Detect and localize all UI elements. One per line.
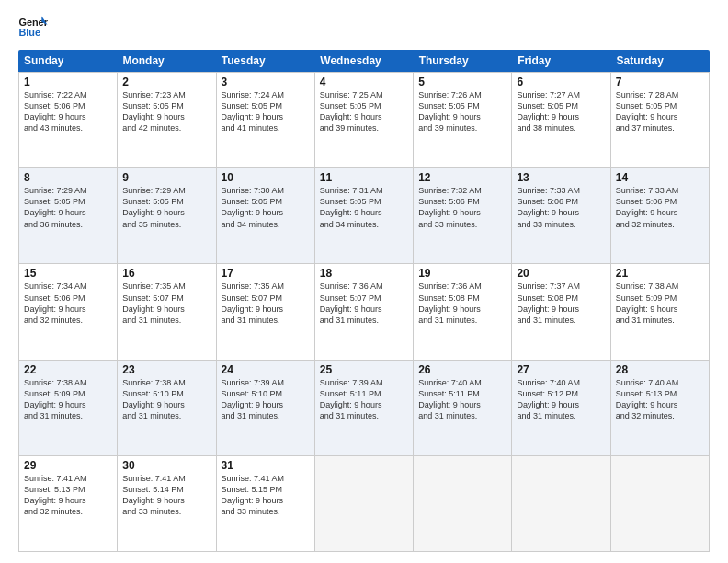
header-cell-sunday: Sunday [18, 50, 117, 72]
day-cell-13: 13Sunrise: 7:33 AM Sunset: 5:06 PM Dayli… [512, 168, 610, 263]
day-info: Sunrise: 7:25 AM Sunset: 5:05 PM Dayligh… [320, 89, 408, 134]
day-cell-4: 4Sunrise: 7:25 AM Sunset: 5:05 PM Daylig… [315, 73, 414, 167]
empty-cell [414, 456, 512, 551]
day-info: Sunrise: 7:28 AM Sunset: 5:05 PM Dayligh… [616, 89, 704, 134]
day-number: 15 [24, 267, 112, 280]
day-number: 24 [222, 363, 310, 376]
day-cell-20: 20Sunrise: 7:37 AM Sunset: 5:08 PM Dayli… [512, 264, 610, 359]
day-number: 17 [222, 267, 310, 280]
day-number: 28 [616, 363, 704, 376]
day-info: Sunrise: 7:36 AM Sunset: 5:08 PM Dayligh… [418, 281, 506, 326]
day-number: 12 [418, 171, 506, 184]
header-cell-monday: Monday [117, 50, 215, 72]
day-info: Sunrise: 7:33 AM Sunset: 5:06 PM Dayligh… [517, 185, 605, 230]
empty-cell [611, 456, 710, 551]
day-number: 19 [418, 267, 506, 280]
day-info: Sunrise: 7:32 AM Sunset: 5:06 PM Dayligh… [418, 185, 506, 230]
day-number: 20 [517, 267, 605, 280]
day-cell-25: 25Sunrise: 7:39 AM Sunset: 5:11 PM Dayli… [315, 361, 414, 455]
day-cell-12: 12Sunrise: 7:32 AM Sunset: 5:06 PM Dayli… [414, 168, 512, 263]
day-info: Sunrise: 7:31 AM Sunset: 5:05 PM Dayligh… [320, 185, 408, 230]
calendar-row: 1Sunrise: 7:22 AM Sunset: 5:06 PM Daylig… [18, 72, 710, 168]
empty-cell [512, 456, 610, 551]
day-cell-14: 14Sunrise: 7:33 AM Sunset: 5:06 PM Dayli… [611, 168, 710, 263]
logo: General Blue [18, 15, 51, 40]
day-number: 5 [418, 75, 506, 88]
day-cell-23: 23Sunrise: 7:38 AM Sunset: 5:10 PM Dayli… [118, 361, 216, 455]
day-number: 18 [320, 267, 408, 280]
day-cell-26: 26Sunrise: 7:40 AM Sunset: 5:11 PM Dayli… [414, 361, 512, 455]
day-info: Sunrise: 7:35 AM Sunset: 5:07 PM Dayligh… [222, 281, 310, 326]
svg-text:Blue: Blue [18, 27, 40, 38]
day-info: Sunrise: 7:30 AM Sunset: 5:05 PM Dayligh… [222, 185, 310, 230]
day-cell-3: 3Sunrise: 7:24 AM Sunset: 5:05 PM Daylig… [217, 73, 315, 167]
header-cell-friday: Friday [512, 50, 610, 72]
day-number: 1 [24, 75, 112, 88]
day-info: Sunrise: 7:41 AM Sunset: 5:15 PM Dayligh… [222, 473, 310, 518]
day-number: 31 [222, 459, 310, 472]
day-cell-27: 27Sunrise: 7:40 AM Sunset: 5:12 PM Dayli… [512, 361, 610, 455]
day-info: Sunrise: 7:34 AM Sunset: 5:06 PM Dayligh… [24, 281, 112, 326]
day-cell-19: 19Sunrise: 7:36 AM Sunset: 5:08 PM Dayli… [414, 264, 512, 359]
day-number: 3 [222, 75, 310, 88]
day-cell-7: 7Sunrise: 7:28 AM Sunset: 5:05 PM Daylig… [611, 73, 710, 167]
header-cell-wednesday: Wednesday [314, 50, 413, 72]
day-cell-17: 17Sunrise: 7:35 AM Sunset: 5:07 PM Dayli… [217, 264, 315, 359]
empty-cell [315, 456, 414, 551]
day-cell-9: 9Sunrise: 7:29 AM Sunset: 5:05 PM Daylig… [118, 168, 216, 263]
calendar-row: 29Sunrise: 7:41 AM Sunset: 5:13 PM Dayli… [18, 456, 710, 552]
day-info: Sunrise: 7:37 AM Sunset: 5:08 PM Dayligh… [517, 281, 605, 326]
day-cell-29: 29Sunrise: 7:41 AM Sunset: 5:13 PM Dayli… [19, 456, 118, 551]
day-cell-2: 2Sunrise: 7:23 AM Sunset: 5:05 PM Daylig… [118, 73, 216, 167]
logo-icon: General Blue [18, 15, 48, 40]
calendar-row: 15Sunrise: 7:34 AM Sunset: 5:06 PM Dayli… [18, 264, 710, 360]
day-info: Sunrise: 7:29 AM Sunset: 5:05 PM Dayligh… [122, 185, 210, 230]
day-info: Sunrise: 7:38 AM Sunset: 5:09 PM Dayligh… [24, 377, 112, 422]
calendar-body: 1Sunrise: 7:22 AM Sunset: 5:06 PM Daylig… [18, 72, 710, 552]
day-number: 2 [122, 75, 210, 88]
day-number: 14 [616, 171, 704, 184]
day-number: 10 [222, 171, 310, 184]
day-info: Sunrise: 7:41 AM Sunset: 5:14 PM Dayligh… [122, 473, 210, 518]
day-cell-8: 8Sunrise: 7:29 AM Sunset: 5:05 PM Daylig… [19, 168, 118, 263]
day-cell-18: 18Sunrise: 7:36 AM Sunset: 5:07 PM Dayli… [315, 264, 414, 359]
header: General Blue [18, 15, 710, 40]
day-number: 30 [122, 459, 210, 472]
day-info: Sunrise: 7:33 AM Sunset: 5:06 PM Dayligh… [616, 185, 704, 230]
day-info: Sunrise: 7:23 AM Sunset: 5:05 PM Dayligh… [122, 89, 210, 134]
day-info: Sunrise: 7:35 AM Sunset: 5:07 PM Dayligh… [122, 281, 210, 326]
day-cell-30: 30Sunrise: 7:41 AM Sunset: 5:14 PM Dayli… [118, 456, 216, 551]
day-info: Sunrise: 7:24 AM Sunset: 5:05 PM Dayligh… [222, 89, 310, 134]
day-cell-28: 28Sunrise: 7:40 AM Sunset: 5:13 PM Dayli… [611, 361, 710, 455]
day-info: Sunrise: 7:41 AM Sunset: 5:13 PM Dayligh… [24, 473, 112, 518]
day-cell-10: 10Sunrise: 7:30 AM Sunset: 5:05 PM Dayli… [217, 168, 315, 263]
day-number: 27 [517, 363, 605, 376]
day-number: 23 [122, 363, 210, 376]
day-number: 29 [24, 459, 112, 472]
day-number: 9 [122, 171, 210, 184]
day-cell-15: 15Sunrise: 7:34 AM Sunset: 5:06 PM Dayli… [19, 264, 118, 359]
day-number: 25 [320, 363, 408, 376]
day-info: Sunrise: 7:27 AM Sunset: 5:05 PM Dayligh… [517, 89, 605, 134]
day-info: Sunrise: 7:29 AM Sunset: 5:05 PM Dayligh… [24, 185, 112, 230]
calendar-row: 22Sunrise: 7:38 AM Sunset: 5:09 PM Dayli… [18, 361, 710, 456]
day-cell-11: 11Sunrise: 7:31 AM Sunset: 5:05 PM Dayli… [315, 168, 414, 263]
day-number: 11 [320, 171, 408, 184]
day-info: Sunrise: 7:38 AM Sunset: 5:09 PM Dayligh… [616, 281, 704, 326]
header-cell-thursday: Thursday [414, 50, 512, 72]
day-number: 22 [24, 363, 112, 376]
page: General Blue SundayMondayTuesdayWednesda… [0, 0, 728, 563]
calendar-header: SundayMondayTuesdayWednesdayThursdayFrid… [18, 50, 710, 72]
day-info: Sunrise: 7:26 AM Sunset: 5:05 PM Dayligh… [418, 89, 506, 134]
day-cell-5: 5Sunrise: 7:26 AM Sunset: 5:05 PM Daylig… [414, 73, 512, 167]
day-number: 6 [517, 75, 605, 88]
calendar-row: 8Sunrise: 7:29 AM Sunset: 5:05 PM Daylig… [18, 168, 710, 264]
calendar: SundayMondayTuesdayWednesdayThursdayFrid… [18, 50, 710, 552]
day-info: Sunrise: 7:39 AM Sunset: 5:11 PM Dayligh… [320, 377, 408, 422]
day-number: 26 [418, 363, 506, 376]
day-number: 21 [616, 267, 704, 280]
header-cell-saturday: Saturday [611, 50, 710, 72]
day-info: Sunrise: 7:22 AM Sunset: 5:06 PM Dayligh… [24, 89, 112, 134]
day-number: 16 [122, 267, 210, 280]
day-info: Sunrise: 7:40 AM Sunset: 5:13 PM Dayligh… [616, 377, 704, 422]
